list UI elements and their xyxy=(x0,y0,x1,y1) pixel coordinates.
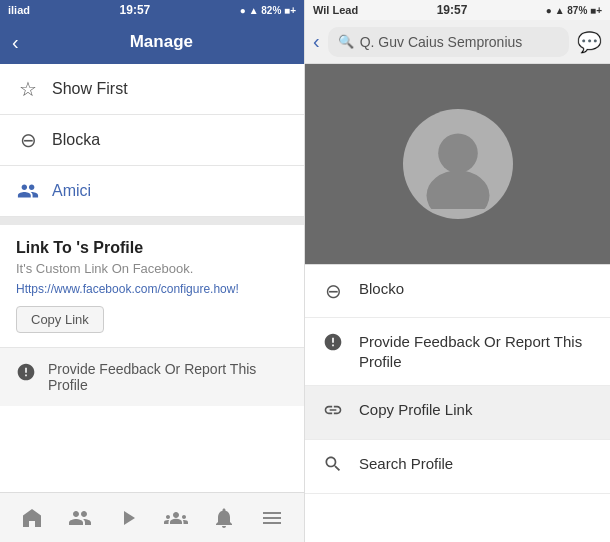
right-status-icons: ● ▲ 87% ■+ xyxy=(546,5,602,16)
right-status-bar: Wil Lead 19:57 ● ▲ 87% ■+ xyxy=(305,0,610,20)
right-back-button[interactable]: ‹ xyxy=(313,30,320,53)
tab-home-icon[interactable] xyxy=(12,498,52,538)
report-label: Provide Feedback Or Report This Profile xyxy=(359,332,594,371)
copy-link-button[interactable]: Copy Link xyxy=(16,306,104,333)
left-panel: iliad 19:57 ● ▲ 82% ■+ ‹ Manage ☆ Show F… xyxy=(0,0,305,542)
right-search-bar: ‹ 🔍 Q. Guv Caius Sempronius 💬 xyxy=(305,20,610,64)
tab-groups-icon[interactable] xyxy=(156,498,196,538)
search-text: Q. Guv Caius Sempronius xyxy=(360,34,523,50)
search-icon: 🔍 xyxy=(338,34,354,49)
menu-item-show-first[interactable]: ☆ Show First xyxy=(0,64,304,115)
left-time: 19:57 xyxy=(120,3,151,17)
link-desc: It's Custom Link On Facebook. xyxy=(16,261,288,276)
show-first-label: Show First xyxy=(52,80,128,98)
left-carrier: iliad xyxy=(8,4,30,16)
dropdown-search[interactable]: Search Profile xyxy=(305,440,610,494)
block-icon: ⊖ xyxy=(321,279,345,303)
right-time: 19:57 xyxy=(437,3,468,17)
dropdown-report[interactable]: Provide Feedback Or Report This Profile xyxy=(305,318,610,386)
link-url: Https://www.facebook.com/configure.how! xyxy=(16,282,288,296)
left-nav-bar: ‹ Manage xyxy=(0,20,304,64)
left-report-item[interactable]: Provide Feedback Or Report This Profile xyxy=(0,348,304,406)
messenger-icon[interactable]: 💬 xyxy=(577,30,602,54)
search-profile-label: Search Profile xyxy=(359,454,453,474)
search-profile-icon xyxy=(321,454,345,479)
dropdown-copy-link[interactable]: Copy Profile Link xyxy=(305,386,610,440)
tab-friends-icon[interactable] xyxy=(60,498,100,538)
tab-notifications-icon[interactable] xyxy=(204,498,244,538)
avatar xyxy=(403,109,513,219)
copy-link-icon xyxy=(321,400,345,425)
link-title: Link To 's Profile xyxy=(16,239,288,257)
report-icon xyxy=(321,332,345,357)
star-icon: ☆ xyxy=(16,77,40,101)
profile-area xyxy=(305,64,610,264)
menu-item-friends[interactable]: Amici xyxy=(0,166,304,217)
friends-label: Amici xyxy=(52,182,91,200)
left-menu-list: ☆ Show First ⊖ Blocka Amici Link To 's P… xyxy=(0,64,304,492)
right-carrier: Wil Lead xyxy=(313,4,358,16)
dropdown-block[interactable]: ⊖ Blocko xyxy=(305,265,610,318)
left-nav-title: Manage xyxy=(31,32,292,52)
friends-icon xyxy=(16,179,40,203)
left-status-icons: ● ▲ 82% ■+ xyxy=(240,5,296,16)
tab-menu-icon[interactable] xyxy=(252,498,292,538)
block-label: Blocko xyxy=(359,279,404,299)
search-box[interactable]: 🔍 Q. Guv Caius Sempronius xyxy=(328,27,569,57)
left-section-divider xyxy=(0,217,304,225)
left-back-button[interactable]: ‹ xyxy=(12,31,19,54)
svg-point-1 xyxy=(426,170,489,209)
tab-video-icon[interactable] xyxy=(108,498,148,538)
right-panel: Wil Lead 19:57 ● ▲ 87% ■+ ‹ 🔍 Q. Guv Cai… xyxy=(305,0,610,542)
block-icon: ⊖ xyxy=(16,128,40,152)
copy-link-label: Copy Profile Link xyxy=(359,400,472,420)
link-section: Link To 's Profile It's Custom Link On F… xyxy=(0,225,304,348)
dropdown-overlay: ⊖ Blocko Provide Feedback Or Report This… xyxy=(305,264,610,542)
block-label: Blocka xyxy=(52,131,100,149)
svg-point-0 xyxy=(438,133,478,173)
left-report-label: Provide Feedback Or Report This Profile xyxy=(48,361,288,393)
left-status-bar: iliad 19:57 ● ▲ 82% ■+ xyxy=(0,0,304,20)
menu-item-block[interactable]: ⊖ Blocka xyxy=(0,115,304,166)
report-icon xyxy=(16,362,36,387)
left-tab-bar xyxy=(0,492,304,542)
